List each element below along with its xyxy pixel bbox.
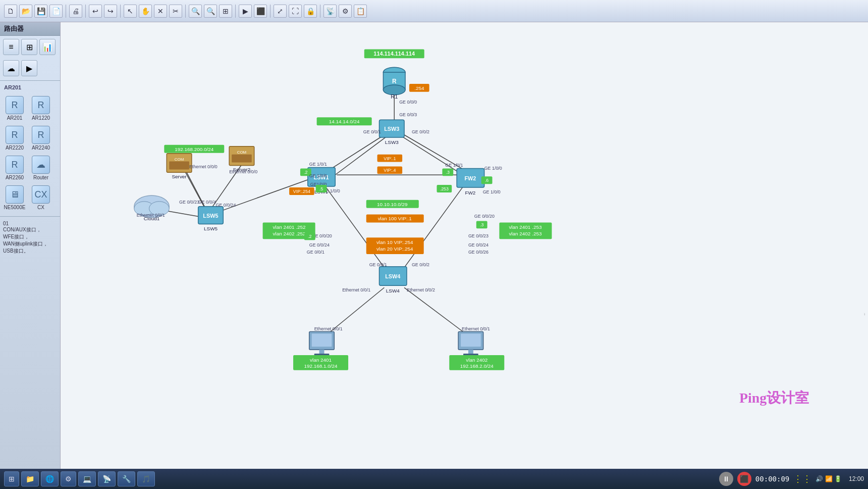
svg-rect-119 xyxy=(319,350,324,354)
taskbar-media[interactable]: 🎵 xyxy=(137,471,155,486)
svg-text:R1: R1 xyxy=(391,93,398,100)
redo-button[interactable]: ↪ xyxy=(104,5,117,18)
svg-text:.6: .6 xyxy=(485,178,489,183)
extra-button3[interactable]: 📋 xyxy=(354,5,367,18)
start-icon: ⊞ xyxy=(9,475,15,483)
svg-text:Ethernet 0/0/1: Ethernet 0/0/1 xyxy=(314,326,343,331)
recording-indicator: ⋮⋮ xyxy=(793,473,811,484)
taskbar-terminal[interactable]: 💻 xyxy=(78,471,96,486)
lock-button[interactable]: 🔒 xyxy=(304,5,317,18)
svg-text:GE 0/0/23: GE 0/0/23 xyxy=(179,200,199,205)
stop-button[interactable]: ⬛ xyxy=(254,5,267,18)
sidebar-item-cx[interactable]: CX CX xyxy=(28,183,53,212)
device-info-ports: CON/AUX接口，WFE接口，WAN侧uplink接口，USB接口。 xyxy=(3,226,57,255)
sep3 xyxy=(120,5,121,18)
sidebar-item-ar201[interactable]: R AR201 xyxy=(2,94,27,123)
fullscreen-button[interactable]: ⛶ xyxy=(289,5,302,18)
svg-text:FW2: FW2 xyxy=(465,190,475,195)
save-button[interactable]: 💾 xyxy=(34,5,47,18)
taskbar-browser[interactable]: 🌐 xyxy=(41,471,59,486)
ne5000e-icon: 🖥 xyxy=(6,185,24,204)
sidebar-item-ne5000e[interactable]: 🖥 NE5000E xyxy=(2,183,27,212)
canvas-area[interactable]: HSTP: LSW1 stp region-configuration regi… xyxy=(61,22,868,473)
sidebar-icon-detail[interactable]: 📊 xyxy=(39,39,56,55)
svg-text:Ethernet 0/0/2: Ethernet 0/0/2 xyxy=(407,287,435,292)
svg-text:GE 1/0/0: GE 1/0/0 xyxy=(484,166,502,171)
sidebar-divider2 xyxy=(0,216,60,217)
sidebar-item-ar1220[interactable]: R AR1220 xyxy=(28,94,53,123)
extra-button1[interactable]: 📡 xyxy=(323,5,337,18)
svg-rect-42 xyxy=(232,155,252,163)
settings-icon: ⚙ xyxy=(65,475,72,483)
svg-text:LSW5: LSW5 xyxy=(204,226,218,231)
cut-button[interactable]: ✂ xyxy=(169,5,182,18)
svg-rect-127 xyxy=(461,333,481,347)
undo-button[interactable]: ↩ xyxy=(89,5,102,18)
sidebar-device-label: AR201 xyxy=(0,83,60,92)
save-as-button[interactable]: 📄 xyxy=(49,5,63,18)
svg-text:VIP:.254: VIP:.254 xyxy=(293,189,310,194)
sidebar-toolbar-icons: ≡ ⊞ 📊 xyxy=(0,36,60,58)
svg-text:192.168.200.0/24: 192.168.200.0/24 xyxy=(175,146,214,152)
sidebar-item-ar2260[interactable]: R AR2260 xyxy=(2,154,27,182)
svg-text:vlan 2401 .252: vlan 2401 .252 xyxy=(273,224,306,230)
svg-text:GE 0/0/0: GE 0/0/0 xyxy=(399,100,417,105)
new-button[interactable]: 🗋 xyxy=(4,5,17,18)
svg-text:.253: .253 xyxy=(440,186,449,191)
device-grid: R AR201 R AR1220 R AR2220 R AR2240 R AR2… xyxy=(0,92,60,214)
svg-text:vlan 20 VIP:.254: vlan 20 VIP:.254 xyxy=(376,246,413,252)
cx-label: CX xyxy=(37,205,44,210)
print-button[interactable]: 🖨 xyxy=(69,5,82,18)
sidebar-item-ar2220[interactable]: R AR2220 xyxy=(2,124,27,153)
browser-icon: 🌐 xyxy=(45,475,54,483)
svg-text:GE 1/0/0: GE 1/0/0 xyxy=(483,189,501,194)
svg-text:vlan 2401: vlan 2401 xyxy=(310,357,332,363)
svg-text:10.10.10.0/29: 10.10.10.0/29 xyxy=(377,202,408,207)
svg-text:vlan 10 VIP:.254: vlan 10 VIP:.254 xyxy=(376,239,413,245)
fit-button[interactable]: ⊞ xyxy=(219,5,232,18)
svg-text:GE 0/0/4: GE 0/0/4 xyxy=(198,200,216,205)
svg-text:Server: Server xyxy=(172,174,187,179)
svg-text:.2: .2 xyxy=(308,234,311,239)
zoom-in-button[interactable]: 🔍 xyxy=(189,5,202,18)
svg-text:GE 1/0/6: GE 1/0/6 xyxy=(309,173,327,178)
select-button[interactable]: ↖ xyxy=(124,5,137,18)
taskbar-network[interactable]: 📡 xyxy=(98,471,116,486)
svg-text:GE 0/0/20: GE 0/0/20 xyxy=(474,214,495,219)
taskbar-file[interactable]: 📁 xyxy=(21,471,39,486)
expand-button[interactable]: ⤢ xyxy=(274,5,287,18)
svg-text:GE 0/0/1: GE 0/0/1 xyxy=(369,262,387,267)
svg-text:Ethernet 0/0/1: Ethernet 0/0/1 xyxy=(342,287,370,292)
extra-button2[interactable]: ⚙ xyxy=(339,5,352,18)
open-button[interactable]: 📂 xyxy=(19,5,32,18)
svg-text:FW2: FW2 xyxy=(464,175,476,181)
sidebar-item-ar2240[interactable]: R AR2240 xyxy=(28,124,53,153)
svg-text:R: R xyxy=(392,78,397,85)
ar2220-label: AR2220 xyxy=(6,145,24,151)
cx-icon: CX xyxy=(32,185,50,204)
ar2240-label: AR2240 xyxy=(32,145,50,151)
hand-button[interactable]: ✋ xyxy=(139,5,152,18)
sidebar-item-router[interactable]: ☁ Router xyxy=(28,154,53,182)
sidebar-icon-grid[interactable]: ⊞ xyxy=(21,39,37,55)
play-button[interactable]: ▶ xyxy=(239,5,252,18)
stop-recording-button[interactable]: ⬛ xyxy=(737,472,751,486)
pause-button[interactable]: ⏸ xyxy=(719,472,733,486)
zoom-out-button[interactable]: 🔍 xyxy=(204,5,217,18)
sidebar-icon-arrow[interactable]: ▶ xyxy=(21,60,37,76)
sidebar-icon-cloud[interactable]: ☁ xyxy=(3,60,19,76)
svg-rect-118 xyxy=(312,333,332,347)
svg-text:GE 0/0/2: GE 0/0/2 xyxy=(412,129,429,134)
delete-button[interactable]: ✕ xyxy=(154,5,167,18)
taskbar-start[interactable]: ⊞ xyxy=(4,471,19,486)
taskbar-apps[interactable]: 🔧 xyxy=(118,471,135,486)
svg-text:vlan 2401 .253: vlan 2401 .253 xyxy=(509,224,541,230)
network-diagram: R R1 .254 GE 0/0/0 GE 0/0/3 114.114.114.… xyxy=(61,22,868,473)
sidebar-icon-list[interactable]: ≡ xyxy=(3,39,19,55)
svg-text:vlan 100 VIP:.1: vlan 100 VIP:.1 xyxy=(378,216,412,221)
ar2260-icon: R xyxy=(6,156,24,174)
svg-text:192.168.2.0/24: 192.168.2.0/24 xyxy=(460,363,494,369)
taskbar-settings[interactable]: ⚙ xyxy=(61,471,76,486)
taskbar: ⊞ 📁 🌐 ⚙ 💻 📡 🔧 🎵 ⏸ ⬛ 00:00:09 ⋮⋮ 🔊 📶 🔋 12… xyxy=(0,469,868,489)
router-icon: ☁ xyxy=(32,156,50,174)
